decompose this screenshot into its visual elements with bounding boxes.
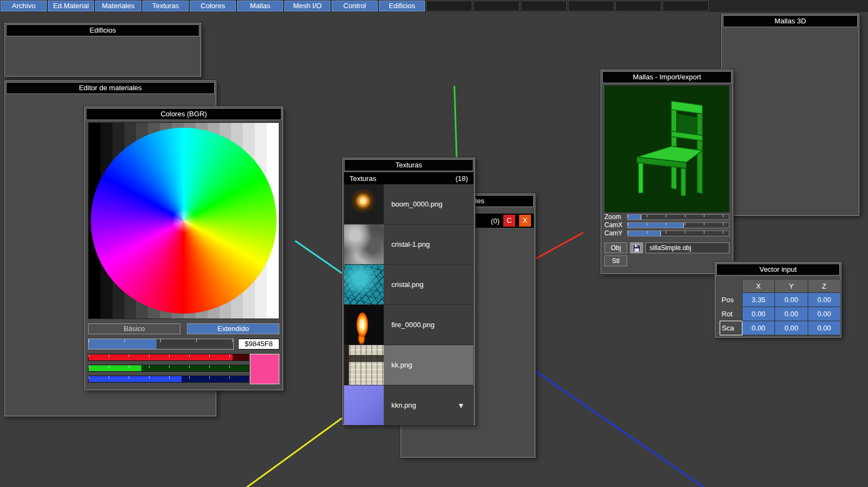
basic-mode-button[interactable]: Básico <box>88 323 180 334</box>
chair-model <box>605 86 729 211</box>
export-stl-button[interactable]: Stl <box>604 255 627 266</box>
menu-item-edificios[interactable]: Edificios <box>379 1 425 11</box>
vector-row-label-pos[interactable]: Pos <box>720 293 742 307</box>
vector-column-z: Z <box>808 279 840 293</box>
blue-channel-slider[interactable] <box>88 376 249 383</box>
vector-row-sca: Sca 0.00 0.00 0.00 <box>720 321 841 335</box>
vector-value-cell[interactable]: 0.00 <box>775 293 808 307</box>
mesh-import-export-title[interactable]: Mallas - Import/export <box>602 71 732 83</box>
channel-ticks <box>89 376 248 379</box>
brightness-slider[interactable] <box>88 339 234 349</box>
texture-thumbnail <box>344 385 384 425</box>
export-obj-button[interactable]: Obj <box>604 242 627 253</box>
slider-ticks <box>628 215 729 217</box>
grayscale-background[interactable] <box>88 122 279 319</box>
menu-slot-empty[interactable] <box>663 1 709 11</box>
zoom-slider-label: Zoom <box>604 214 627 221</box>
channel-ticks <box>89 354 248 357</box>
texture-row-selected[interactable]: kk.png <box>344 345 473 385</box>
textures-panel-title[interactable]: Texturas <box>344 159 473 171</box>
vector-row-label-rot[interactable]: Rot <box>720 307 742 321</box>
scroll-down-icon[interactable]: ▼ <box>457 401 465 410</box>
menu-item-materiales[interactable]: Materiales <box>95 1 141 11</box>
close-button[interactable]: X <box>519 215 531 227</box>
menu-item-archivo[interactable]: Archivo <box>1 1 47 11</box>
texture-row[interactable]: fire_0000.png <box>344 305 473 345</box>
menu-bar: Archivo Ed.Material Materiales Texturas … <box>0 0 868 12</box>
save-button[interactable] <box>630 242 643 253</box>
mesh-import-export-panel: Mallas - Import/export Zoom CamX <box>601 70 733 274</box>
texture-row[interactable]: boom_0000.png <box>344 184 473 224</box>
vector-row-pos: Pos 3.35 0.00 0.00 <box>720 293 841 307</box>
camy-slider-label: CamY <box>604 230 627 237</box>
texture-name: kk.png <box>391 361 412 369</box>
textures-list: boom_0000.png cristal-1.png cristal.png … <box>344 184 473 426</box>
extended-mode-button[interactable]: Extendido <box>187 323 279 334</box>
slider-ticks <box>628 223 729 226</box>
vector-column-x: X <box>742 279 775 293</box>
green-channel-slider[interactable] <box>88 365 249 372</box>
zoom-slider[interactable] <box>627 214 729 220</box>
vector-value-cell[interactable]: 0.00 <box>808 307 840 321</box>
colors-panel: Colores (BGR) Básico Extendido $9845F8 <box>84 107 283 390</box>
menu-item-mallas[interactable]: Mallas <box>237 1 283 11</box>
floppy-save-icon <box>633 244 641 252</box>
color-wheel[interactable] <box>91 128 277 314</box>
menu-item-ed-material[interactable]: Ed.Material <box>48 1 94 11</box>
camx-slider[interactable] <box>627 222 729 228</box>
edificios-panel-title[interactable]: Edificios <box>6 24 199 36</box>
texture-name: kkn.png <box>391 401 416 409</box>
export-filename-field[interactable]: sillaSimple.obj <box>645 242 729 253</box>
texture-thumbnail <box>344 345 384 385</box>
vector-value-cell[interactable]: 0.00 <box>742 321 775 335</box>
meshes-3d-panel: Mallas 3D <box>721 14 859 216</box>
textures-count-badge: (18) <box>455 174 468 183</box>
clear-button[interactable]: C <box>503 215 515 227</box>
menu-item-texturas[interactable]: Texturas <box>142 1 189 11</box>
hex-color-input[interactable]: $9845F8 <box>238 339 279 349</box>
vector-row-label-sca[interactable]: Sca <box>720 321 742 335</box>
vector-value-cell[interactable]: 0.00 <box>775 307 808 321</box>
texture-thumbnail <box>344 184 384 224</box>
camx-slider-label: CamX <box>604 222 627 229</box>
texture-row[interactable]: cristal.png <box>344 265 473 305</box>
texture-name: cristal.png <box>391 280 423 289</box>
menu-slot-empty[interactable] <box>521 1 567 11</box>
textures-panel: Texturas Texturas (18) boom_0000.png cri… <box>342 158 475 425</box>
texture-row[interactable]: kkn.png ▼ <box>344 385 473 426</box>
textures-header-label: Texturas <box>349 174 376 183</box>
texture-thumbnail <box>344 224 384 264</box>
materials-count-badge: (0) <box>491 217 499 225</box>
meshes-3d-panel-title[interactable]: Mallas 3D <box>723 15 858 27</box>
menu-slot-empty[interactable] <box>568 1 614 11</box>
mesh-preview[interactable] <box>604 85 729 213</box>
menu-slot-empty[interactable] <box>615 1 661 11</box>
texture-thumbnail <box>344 305 384 345</box>
menu-item-colores[interactable]: Colores <box>190 1 236 11</box>
vector-value-cell[interactable]: 0.00 <box>742 307 775 321</box>
camy-slider[interactable] <box>627 230 729 236</box>
vector-value-cell[interactable]: 0.00 <box>775 321 808 335</box>
red-channel-slider[interactable] <box>88 354 249 361</box>
colors-panel-title[interactable]: Colores (BGR) <box>86 108 282 120</box>
menu-slot-empty[interactable] <box>426 1 472 11</box>
color-swatch <box>250 354 279 384</box>
vector-value-cell[interactable]: 3.35 <box>742 293 775 307</box>
menu-item-mesh-io[interactable]: Mesh I/O <box>284 1 330 11</box>
vector-row-rot: Rot 0.00 0.00 0.00 <box>720 307 841 321</box>
textures-list-header: Texturas (18) <box>344 172 473 184</box>
vector-input-panel: Vector input X Y Z Pos 3.35 0.00 0.00 Ro… <box>715 262 841 338</box>
vector-value-cell[interactable]: 0.00 <box>808 293 840 307</box>
vector-table: X Y Z Pos 3.35 0.00 0.00 Rot 0.00 0.00 0… <box>720 279 841 335</box>
menu-item-control[interactable]: Control <box>332 1 378 11</box>
slider-ticks <box>628 231 729 234</box>
vector-value-cell[interactable]: 0.00 <box>808 321 840 335</box>
material-editor-panel-title[interactable]: Editor de materiales <box>6 82 215 94</box>
texture-thumbnail <box>344 265 384 304</box>
channel-ticks <box>89 365 248 368</box>
vector-input-panel-title[interactable]: Vector input <box>716 264 840 276</box>
texture-name: cristal-1.png <box>391 240 430 248</box>
menu-slot-empty[interactable] <box>473 1 520 11</box>
texture-row[interactable]: cristal-1.png <box>344 224 473 265</box>
slider-ticks <box>89 339 233 342</box>
